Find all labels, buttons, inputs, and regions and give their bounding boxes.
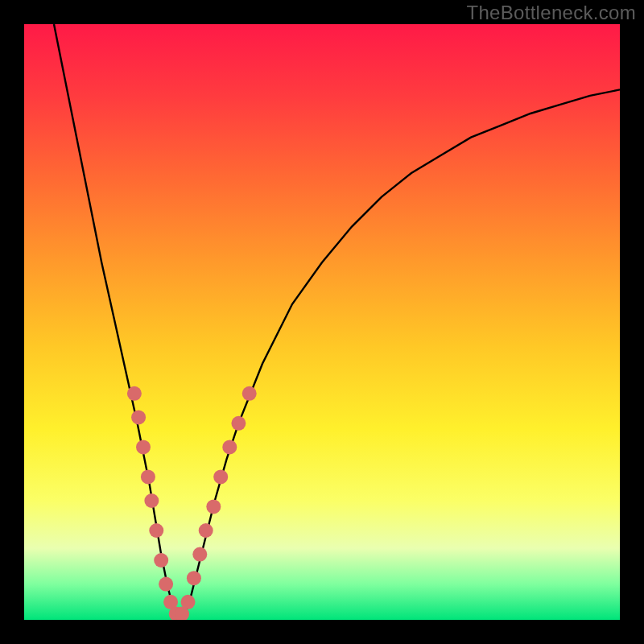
watermark-text: TheBottleneck.com: [466, 2, 636, 24]
curve-marker: [141, 469, 155, 484]
curve-marker: [136, 440, 151, 454]
curve-marker: [242, 386, 257, 401]
chart-frame: TheBottleneck.com: [0, 0, 644, 644]
curve-marker: [187, 571, 201, 585]
curve-marker: [159, 577, 173, 592]
curve-marker: [181, 595, 196, 609]
curve-marker: [199, 523, 213, 538]
curve-marker: [231, 416, 246, 431]
curve-marker: [154, 553, 168, 568]
plot-area: [24, 24, 620, 620]
curve-marker: [222, 440, 237, 454]
curve-marker: [213, 469, 228, 484]
bottleneck-curve: [54, 24, 620, 620]
curve-marker: [131, 410, 146, 424]
curve-markers: [127, 386, 257, 620]
curve-marker: [144, 493, 159, 508]
chart-svg: [24, 24, 620, 620]
curve-marker: [149, 523, 163, 538]
curve-marker: [127, 386, 142, 401]
curve-marker: [192, 547, 207, 562]
curve-marker: [206, 499, 221, 514]
